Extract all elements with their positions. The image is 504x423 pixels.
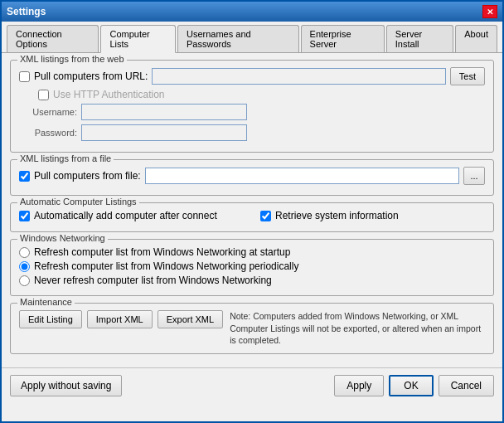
tab-about[interactable]: About bbox=[455, 25, 497, 52]
apply-without-saving-button[interactable]: Apply without saving bbox=[10, 375, 122, 396]
title-bar-buttons: ✕ bbox=[482, 5, 497, 18]
title-bar: Settings ✕ bbox=[2, 2, 502, 22]
username-label: Username: bbox=[19, 107, 77, 117]
password-input[interactable] bbox=[81, 124, 247, 141]
windows-networking-label: Windows Networking bbox=[17, 233, 108, 243]
tab-usernames-passwords[interactable]: Usernames and Passwords bbox=[177, 25, 299, 52]
pull-url-row: Pull computers from URL: Test bbox=[19, 67, 485, 85]
tab-server-install[interactable]: Server Install bbox=[386, 25, 453, 52]
tab-connection-options[interactable]: Connection Options bbox=[7, 25, 99, 52]
maintenance-content: Edit Listing Import XML Export XML Note:… bbox=[19, 310, 485, 347]
xml-file-group: XML listings from a file Pull computers … bbox=[10, 159, 494, 196]
xml-web-group: XML listings from the web Pull computers… bbox=[10, 60, 494, 153]
close-button[interactable]: ✕ bbox=[482, 5, 497, 18]
maintenance-note: Note: Computers added from Windows Netwo… bbox=[230, 310, 485, 347]
pull-url-label: Pull computers from URL: bbox=[34, 70, 148, 82]
http-auth-label: Use HTTP Authentication bbox=[53, 89, 165, 100]
pull-file-checkbox[interactable] bbox=[19, 171, 30, 182]
tab-computer-lists[interactable]: Computer Lists bbox=[100, 25, 176, 53]
apply-button[interactable]: Apply bbox=[334, 375, 384, 396]
export-xml-button[interactable]: Export XML bbox=[158, 310, 223, 328]
window-title: Settings bbox=[7, 6, 46, 17]
password-row: Password: bbox=[19, 124, 485, 141]
auto-listings-group: Automatic Computer Listings Automaticall… bbox=[10, 202, 494, 232]
radio-startup-label: Refresh computer list from Windows Netwo… bbox=[34, 246, 290, 258]
username-input[interactable] bbox=[81, 104, 247, 120]
tab-bar: Connection Options Computer Lists Userna… bbox=[2, 22, 502, 53]
ok-button[interactable]: OK bbox=[389, 375, 433, 396]
http-auth-row: Use HTTP Authentication bbox=[19, 89, 485, 100]
xml-file-group-label: XML listings from a file bbox=[17, 153, 114, 163]
retrieve-info-checkbox[interactable] bbox=[260, 211, 271, 221]
radio-startup-row: Refresh computer list from Windows Netwo… bbox=[19, 246, 485, 258]
windows-networking-group: Windows Networking Refresh computer list… bbox=[10, 239, 494, 296]
auto-listings-options: Automatically add computer after connect… bbox=[19, 210, 485, 225]
pull-file-row: Pull computers from file: C:\Users\Joel\… bbox=[19, 167, 485, 185]
import-xml-button[interactable]: Import XML bbox=[87, 310, 153, 328]
radio-never-row: Never refresh computer list from Windows… bbox=[19, 275, 485, 286]
tab-enterprise-server[interactable]: Enterprise Server bbox=[301, 25, 385, 52]
test-button[interactable]: Test bbox=[450, 67, 485, 85]
browse-button[interactable]: ... bbox=[463, 167, 485, 185]
maintenance-label: Maintenance bbox=[17, 297, 75, 307]
password-label: Password: bbox=[19, 128, 77, 138]
settings-window: Settings ✕ Connection Options Computer L… bbox=[0, 0, 504, 423]
radio-startup[interactable] bbox=[19, 247, 30, 258]
radio-never-label: Never refresh computer list from Windows… bbox=[34, 275, 272, 286]
http-auth-checkbox[interactable] bbox=[38, 90, 49, 100]
radio-never[interactable] bbox=[19, 275, 30, 286]
auto-add-checkbox[interactable] bbox=[19, 211, 30, 221]
footer-right-buttons: Apply OK Cancel bbox=[334, 375, 494, 396]
url-input[interactable] bbox=[152, 68, 445, 85]
radio-periodic[interactable] bbox=[19, 261, 30, 272]
auto-listings-label: Automatic Computer Listings bbox=[17, 197, 139, 207]
tab-content: XML listings from the web Pull computers… bbox=[2, 53, 502, 367]
pull-url-checkbox[interactable] bbox=[19, 71, 30, 82]
footer: Apply without saving Apply OK Cancel bbox=[2, 367, 502, 403]
xml-web-group-label: XML listings from the web bbox=[17, 54, 127, 64]
radio-periodic-label: Refresh computer list from Windows Netwo… bbox=[34, 260, 298, 272]
retrieve-info-label: Retrieve system information bbox=[275, 210, 399, 221]
maintenance-group: Maintenance Edit Listing Import XML Expo… bbox=[10, 303, 494, 354]
maintenance-buttons: Edit Listing Import XML Export XML bbox=[19, 310, 223, 328]
pull-file-label: Pull computers from file: bbox=[34, 170, 141, 182]
username-row: Username: bbox=[19, 104, 485, 120]
auto-add-label: Automatically add computer after connect bbox=[34, 210, 217, 221]
radio-periodic-row: Refresh computer list from Windows Netwo… bbox=[19, 260, 485, 272]
auto-add-row: Automatically add computer after connect bbox=[19, 210, 244, 221]
edit-listing-button[interactable]: Edit Listing bbox=[19, 310, 82, 328]
file-path-input[interactable]: C:\Users\Joel\Desktop\test.xml bbox=[145, 168, 459, 184]
retrieve-info-row: Retrieve system information bbox=[260, 210, 485, 221]
cancel-button[interactable]: Cancel bbox=[439, 375, 494, 396]
